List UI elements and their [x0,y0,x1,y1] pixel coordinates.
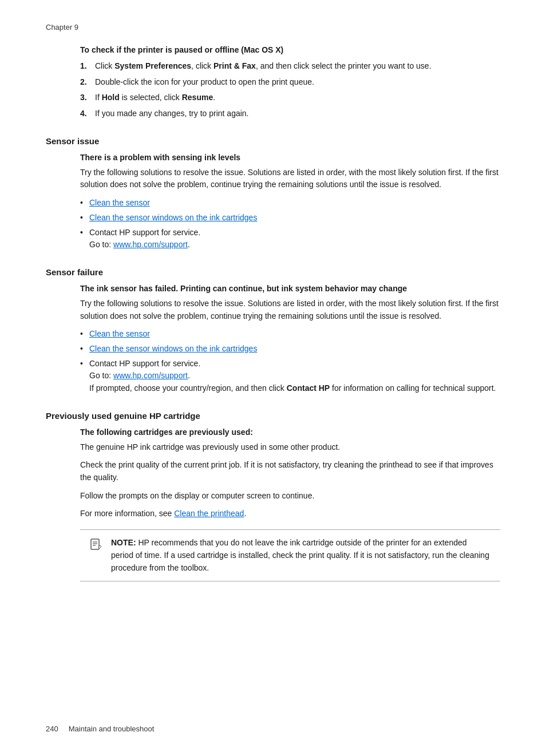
prev-used-para-1: The genuine HP ink cartridge was previou… [80,441,500,454]
sensor-issue-bullet-2: Clean the sensor windows on the ink cart… [80,212,500,224]
chapter-label: Chapter 9 [46,23,500,31]
prev-used-para-3: Follow the prompts on the display or com… [80,490,500,502]
sensor-issue-subheading: There is a problem with sensing ink leve… [80,153,500,162]
sensor-failure-bullet-1: Clean the sensor [80,328,500,341]
previously-used-subheading: The following cartridges are previously … [80,428,500,437]
step-3: 3. If Hold is selected, click Resume. [80,92,500,104]
note-content: NOTE: HP recommends that you do not leav… [111,537,491,574]
step-num-1: 1. [80,60,90,73]
sensor-failure-goto: Go to: www.hp.com/support. [89,371,190,380]
sensor-failure-body: Try the following solutions to resolve t… [80,298,500,322]
note-document-icon [89,538,103,552]
step-4-text: If you made any changes, try to print ag… [95,108,249,120]
prev-used-para-4-text: For more information, see [80,509,174,518]
sensor-failure-bullet-3: Contact HP support for service. Go to: w… [80,358,500,395]
clean-sensor-link-1[interactable]: Clean the sensor [89,198,150,207]
note-box: NOTE: HP recommends that you do not leav… [80,529,500,581]
sensor-issue-goto: Go to: www.hp.com/support. [89,240,190,249]
step-2-text: Double-click the icon for your product t… [95,76,314,89]
sensor-issue-bullet-3: Contact HP support for service. Go to: w… [80,227,500,251]
prev-used-para-4-end: . [244,509,246,518]
step-1: 1. Click System Preferences, click Print… [80,60,500,73]
clean-printhead-link[interactable]: Clean the printhead [174,509,244,518]
to-check-steps: 1. Click System Preferences, click Print… [80,60,500,120]
previously-used-heading: Previously used genuine HP cartridge [46,411,500,421]
previously-used-subsection: The following cartridges are previously … [80,428,500,582]
sensor-failure-subsection: The ink sensor has failed. Printing can … [80,284,500,395]
sensor-failure-bullets: Clean the sensor Clean the sensor window… [80,328,500,394]
svg-rect-0 [91,539,99,549]
note-text: HP recommends that you do not leave the … [111,538,489,572]
sensor-issue-body: Try the following solutions to resolve t… [80,167,500,191]
sensor-issue-section: Sensor issue There is a problem with sen… [46,136,500,251]
sensor-issue-bullet-1: Clean the sensor [80,197,500,209]
clean-sensor-windows-link-1[interactable]: Clean the sensor windows on the ink cart… [89,213,257,222]
page-number: 240 [46,725,58,733]
sensor-failure-heading: Sensor failure [46,267,500,277]
step-num-3: 3. [80,92,90,104]
steps-list: 1. Click System Preferences, click Print… [80,60,500,120]
step-3-text: If Hold is selected, click Resume. [95,92,215,104]
step-num-4: 4. [80,108,90,120]
hp-support-link-1[interactable]: www.hp.com/support [113,240,188,249]
note-icon [89,538,105,555]
step-1-text: Click System Preferences, click Print & … [95,60,432,73]
step-num-2: 2. [80,76,90,89]
sensor-issue-bullets: Clean the sensor Clean the sensor window… [80,197,500,251]
sensor-failure-subheading: The ink sensor has failed. Printing can … [80,284,500,293]
clean-sensor-windows-link-2[interactable]: Clean the sensor windows on the ink cart… [89,344,257,353]
to-check-section: To check if the printer is paused or off… [46,45,500,120]
step-2: 2. Double-click the icon for your produc… [80,76,500,89]
previously-used-section: Previously used genuine HP cartridge The… [46,411,500,582]
sensor-failure-section: Sensor failure The ink sensor has failed… [46,267,500,395]
page-footer: 240 Maintain and troubleshoot [46,725,154,733]
step-4: 4. If you made any changes, try to print… [80,108,500,120]
note-label: NOTE: [111,538,136,547]
sensor-issue-heading: Sensor issue [46,136,500,146]
clean-sensor-link-2[interactable]: Clean the sensor [89,329,150,338]
sensor-failure-bullet-2: Clean the sensor windows on the ink cart… [80,343,500,355]
hp-support-link-2[interactable]: www.hp.com/support [113,371,188,380]
sensor-failure-extra: If prompted, choose your country/region,… [89,383,496,393]
prev-used-para-2: Check the print quality of the current p… [80,459,500,484]
to-check-heading: To check if the printer is paused or off… [80,45,500,54]
sensor-issue-subsection: There is a problem with sensing ink leve… [80,153,500,251]
footer-section-label: Maintain and troubleshoot [69,725,155,733]
prev-used-para-4: For more information, see Clean the prin… [80,508,500,520]
